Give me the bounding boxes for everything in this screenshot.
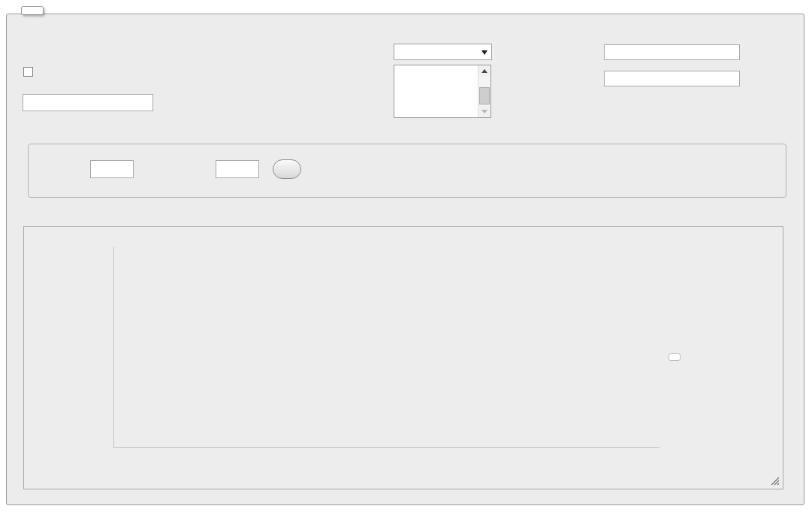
chart-legend: [669, 353, 681, 361]
x-axis-select[interactable]: [394, 44, 492, 60]
x-axis-line: [113, 447, 660, 448]
listbox-scrollbar[interactable]: [478, 65, 491, 117]
number-of-rows-input[interactable]: [216, 160, 259, 178]
rows-panel: [28, 144, 786, 198]
scrollbar-down-icon[interactable]: [478, 106, 491, 117]
y-axis-label-input[interactable]: [604, 71, 740, 86]
scrollbar-up-icon[interactable]: [478, 65, 491, 77]
chart-container: [23, 226, 783, 489]
chart-title-input[interactable]: [23, 94, 153, 111]
series-multiselect[interactable]: [394, 65, 491, 118]
x-axis-label-input[interactable]: [604, 44, 740, 60]
panel-title: [21, 6, 44, 15]
y-axis-line: [113, 247, 114, 448]
chart-plot-area: [113, 247, 660, 448]
display-chart-panel: [6, 14, 804, 505]
chevron-down-icon: [481, 50, 488, 55]
resize-handle-icon[interactable]: [771, 477, 780, 486]
start-row-input[interactable]: [90, 160, 134, 178]
scrollbar-thumb[interactable]: [479, 87, 490, 105]
go-button[interactable]: [273, 159, 301, 179]
stacked-checkbox[interactable]: [23, 67, 33, 77]
stacked-checkbox-row[interactable]: [23, 67, 38, 77]
